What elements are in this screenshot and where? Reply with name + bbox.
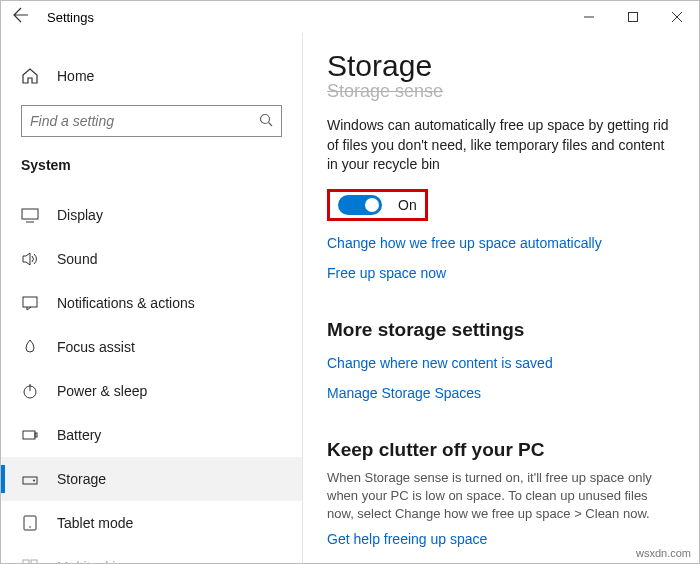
svg-rect-13	[24, 516, 36, 530]
sidebar-item-power-sleep[interactable]: Power & sleep	[1, 369, 302, 413]
search-icon	[259, 113, 273, 130]
sound-icon	[21, 250, 39, 268]
maximize-button[interactable]	[611, 1, 655, 33]
link-change-save-location[interactable]: Change where new content is saved	[327, 355, 553, 371]
svg-rect-16	[31, 560, 37, 563]
sidebar-list: Display Sound Notifications & actions Fo…	[1, 193, 302, 563]
svg-point-2	[261, 114, 270, 123]
svg-rect-4	[22, 209, 38, 219]
sidebar-item-label: Tablet mode	[57, 515, 133, 531]
sidebar-item-display[interactable]: Display	[1, 193, 302, 237]
svg-rect-9	[23, 431, 35, 439]
svg-rect-1	[629, 13, 638, 22]
sidebar-item-multitasking[interactable]: Multitasking	[1, 545, 302, 563]
svg-rect-6	[23, 297, 37, 307]
svg-point-12	[33, 480, 35, 482]
minimize-button[interactable]	[567, 1, 611, 33]
display-icon	[21, 206, 39, 224]
sidebar-home[interactable]: Home	[1, 57, 302, 95]
link-free-up-now[interactable]: Free up space now	[327, 265, 446, 281]
sidebar-item-label: Sound	[57, 251, 97, 267]
search-field[interactable]	[30, 113, 259, 129]
sidebar-item-label: Battery	[57, 427, 101, 443]
sidebar-item-battery[interactable]: Battery	[1, 413, 302, 457]
section-heading-storage-sense: Storage sense	[327, 81, 675, 102]
storage-icon	[21, 470, 39, 488]
back-button[interactable]	[1, 7, 41, 27]
sidebar-item-notifications[interactable]: Notifications & actions	[1, 281, 302, 325]
content: Storage Storage sense Windows can automa…	[303, 33, 699, 563]
window-title: Settings	[41, 10, 94, 25]
search-wrap	[21, 105, 282, 137]
sidebar-item-label: Power & sleep	[57, 383, 147, 399]
sidebar-item-label: Storage	[57, 471, 106, 487]
annotation-highlight-box: On	[327, 189, 428, 221]
svg-point-14	[29, 526, 31, 528]
storage-sense-toggle[interactable]	[338, 195, 382, 215]
tablet-icon	[21, 514, 39, 532]
heading-more-storage: More storage settings	[327, 319, 675, 341]
notifications-icon	[21, 294, 39, 312]
clutter-description: When Storage sense is turned on, it'll f…	[327, 469, 675, 524]
svg-line-3	[269, 122, 273, 126]
focus-assist-icon	[21, 338, 39, 356]
storage-sense-description: Windows can automatically free up space …	[327, 116, 675, 175]
sidebar-category: System	[1, 151, 302, 193]
sidebar-item-label: Notifications & actions	[57, 295, 195, 311]
link-manage-storage-spaces[interactable]: Manage Storage Spaces	[327, 385, 481, 401]
toggle-state-label: On	[398, 197, 417, 213]
svg-rect-10	[35, 433, 37, 437]
heading-keep-clutter-off: Keep clutter off your PC	[327, 439, 675, 461]
multitasking-icon	[21, 558, 39, 563]
search-input[interactable]	[21, 105, 282, 137]
sidebar-item-label: Multitasking	[57, 559, 131, 563]
battery-icon	[21, 426, 39, 444]
sidebar: Home System Display Sound Notificat	[1, 33, 303, 563]
close-button[interactable]	[655, 1, 699, 33]
page-title: Storage	[327, 49, 675, 83]
sidebar-item-focus-assist[interactable]: Focus assist	[1, 325, 302, 369]
sidebar-item-tablet-mode[interactable]: Tablet mode	[1, 501, 302, 545]
watermark: wsxdn.com	[636, 547, 691, 559]
sidebar-home-label: Home	[57, 68, 94, 84]
link-get-help-freeing[interactable]: Get help freeing up space	[327, 531, 487, 547]
svg-rect-15	[23, 560, 29, 563]
power-icon	[21, 382, 39, 400]
sidebar-item-label: Focus assist	[57, 339, 135, 355]
sidebar-item-storage[interactable]: Storage	[1, 457, 302, 501]
sidebar-item-label: Display	[57, 207, 103, 223]
sidebar-item-sound[interactable]: Sound	[1, 237, 302, 281]
home-icon	[21, 67, 39, 85]
link-change-auto-free[interactable]: Change how we free up space automaticall…	[327, 235, 602, 251]
